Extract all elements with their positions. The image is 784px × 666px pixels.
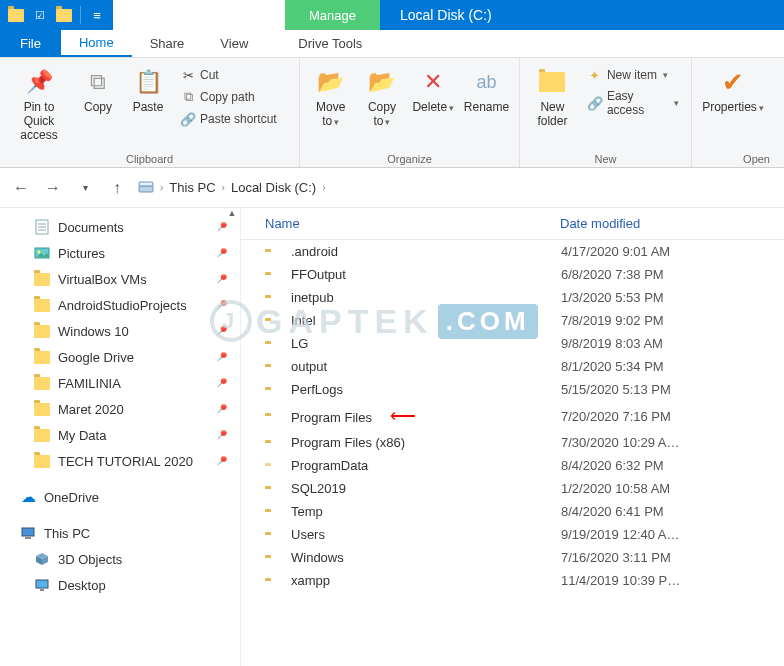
- tree-item-label: 3D Objects: [58, 552, 122, 567]
- file-row[interactable]: xampp11/4/2019 10:39 P…: [241, 569, 784, 592]
- delete-label: Delete▾: [412, 100, 454, 115]
- clipboard-group: 📌 Pin to Quick access ⧉ Copy 📋 Paste ✂Cu…: [0, 58, 300, 167]
- pin-to-quick-access-button[interactable]: 📌 Pin to Quick access: [8, 62, 70, 142]
- column-date[interactable]: Date modified: [560, 216, 784, 231]
- up-button[interactable]: ↑: [106, 177, 128, 199]
- pin-icon: 📍: [211, 373, 230, 392]
- history-dropdown[interactable]: ▾: [74, 177, 96, 199]
- new-folder-label: New folder: [528, 100, 577, 128]
- pin-icon: 📍: [211, 321, 230, 340]
- file-row[interactable]: .android4/17/2020 9:01 AM: [241, 240, 784, 263]
- move-to-button[interactable]: 📂 Move to▾: [308, 62, 353, 129]
- paste-label: Paste: [133, 100, 164, 114]
- delete-icon: ✕: [417, 66, 449, 98]
- easy-access-button[interactable]: 🔗Easy access▾: [583, 88, 683, 118]
- file-row[interactable]: Temp8/4/2020 6:41 PM: [241, 500, 784, 523]
- forward-button[interactable]: →: [42, 177, 64, 199]
- rename-button[interactable]: ab Rename: [462, 62, 511, 114]
- tree-item[interactable]: Documents📍: [14, 214, 240, 240]
- qat-customize-icon[interactable]: ≡: [87, 5, 107, 25]
- home-tab[interactable]: Home: [61, 30, 132, 57]
- drive-tools-tab[interactable]: Drive Tools: [280, 30, 380, 57]
- share-tab[interactable]: Share: [132, 30, 203, 57]
- tree-item-label: Windows 10: [58, 324, 129, 339]
- file-row[interactable]: SQL20191/2/2020 10:58 AM: [241, 477, 784, 500]
- new-folder-button[interactable]: New folder: [528, 62, 577, 128]
- qat-checkbox-icon[interactable]: ☑: [30, 5, 50, 25]
- file-tab[interactable]: File: [0, 30, 61, 57]
- chevron-icon[interactable]: ›: [160, 182, 163, 193]
- open-group-label: Open: [700, 151, 776, 165]
- file-row[interactable]: PerfLogs5/15/2020 5:13 PM: [241, 378, 784, 401]
- breadcrumb-this-pc[interactable]: This PC: [169, 180, 215, 195]
- file-row[interactable]: inetpub1/3/2020 5:53 PM: [241, 286, 784, 309]
- copy-to-button[interactable]: 📂 Copy to▾: [359, 62, 404, 129]
- file-name: SQL2019: [291, 481, 561, 496]
- column-headers[interactable]: Name Date modified: [241, 208, 784, 240]
- ribbon-tabs: File Home Share View Drive Tools: [0, 30, 784, 58]
- properties-label: Properties▾: [702, 100, 764, 115]
- pin-icon: 📍: [211, 243, 230, 262]
- breadcrumb-drive[interactable]: Local Disk (C:): [231, 180, 316, 195]
- tree-item-label: TECH TUTORIAL 2020: [58, 454, 193, 469]
- file-name: output: [291, 359, 561, 374]
- file-row[interactable]: Windows7/16/2020 3:11 PM: [241, 546, 784, 569]
- manage-contextual-tab[interactable]: Manage: [285, 0, 380, 30]
- tree-item[interactable]: FAMILINIA📍: [14, 370, 240, 396]
- pin-icon: 📍: [211, 425, 230, 444]
- tree-item[interactable]: 3D Objects: [14, 546, 240, 572]
- file-name: Intel: [291, 313, 561, 328]
- file-row[interactable]: Users9/19/2019 12:40 A…: [241, 523, 784, 546]
- chevron-icon[interactable]: ›: [322, 182, 325, 193]
- view-tab[interactable]: View: [202, 30, 266, 57]
- svg-rect-0: [139, 186, 153, 192]
- breadcrumb[interactable]: › This PC › Local Disk (C:) ›: [138, 180, 326, 196]
- tree-item[interactable]: Desktop: [14, 572, 240, 598]
- navigation-pane[interactable]: ▲ Documents📍Pictures📍VirtualBox VMs📍Andr…: [0, 208, 240, 666]
- tree-item[interactable]: ☁OneDrive: [14, 484, 240, 510]
- file-date: 7/16/2020 3:11 PM: [561, 550, 671, 565]
- tree-item[interactable]: Maret 2020📍: [14, 396, 240, 422]
- tree-item[interactable]: Windows 10📍: [14, 318, 240, 344]
- new-item-label: New item: [607, 68, 657, 82]
- file-row[interactable]: FFOutput6/8/2020 7:38 PM: [241, 263, 784, 286]
- paste-shortcut-button[interactable]: 🔗Paste shortcut: [176, 110, 281, 128]
- properties-button[interactable]: ✔ Properties▾: [700, 62, 766, 115]
- file-row[interactable]: Intel7/8/2019 9:02 PM: [241, 309, 784, 332]
- file-row[interactable]: output8/1/2020 5:34 PM: [241, 355, 784, 378]
- back-button[interactable]: ←: [10, 177, 32, 199]
- copy-path-button[interactable]: ⧉Copy path: [176, 88, 281, 106]
- delete-button[interactable]: ✕ Delete▾: [411, 62, 456, 115]
- file-date: 9/8/2019 8:03 AM: [561, 336, 663, 351]
- chevron-icon[interactable]: ›: [222, 182, 225, 193]
- file-row[interactable]: Program Files (x86)7/30/2020 10:29 A…: [241, 431, 784, 454]
- file-row[interactable]: Program Files⟵7/20/2020 7:16 PM: [241, 401, 784, 431]
- cut-icon: ✂: [180, 67, 196, 83]
- tree-item-icon: [34, 219, 50, 235]
- organize-group-label: Organize: [308, 151, 511, 165]
- file-name: PerfLogs: [291, 382, 561, 397]
- tree-item[interactable]: VirtualBox VMs📍: [14, 266, 240, 292]
- new-item-button[interactable]: ✦New item▾: [583, 66, 683, 84]
- file-row[interactable]: LG9/8/2019 8:03 AM: [241, 332, 784, 355]
- file-row[interactable]: ProgramData8/4/2020 6:32 PM: [241, 454, 784, 477]
- qat-folder-icon[interactable]: [54, 5, 74, 25]
- pin-icon: 📍: [211, 399, 230, 418]
- tree-item[interactable]: Pictures📍: [14, 240, 240, 266]
- tree-item[interactable]: AndroidStudioProjects📍: [14, 292, 240, 318]
- column-name[interactable]: Name: [265, 216, 560, 231]
- tree-item-icon: [34, 577, 50, 593]
- copy-icon: ⧉: [82, 66, 114, 98]
- tree-item[interactable]: Google Drive📍: [14, 344, 240, 370]
- copy-path-label: Copy path: [200, 90, 255, 104]
- new-group: New folder ✦New item▾ 🔗Easy access▾ New: [520, 58, 692, 167]
- file-date: 1/3/2020 5:53 PM: [561, 290, 664, 305]
- tree-item-label: Google Drive: [58, 350, 134, 365]
- tree-item[interactable]: TECH TUTORIAL 2020📍: [14, 448, 240, 474]
- organize-group: 📂 Move to▾ 📂 Copy to▾ ✕ Delete▾ ab Renam…: [300, 58, 520, 167]
- tree-item[interactable]: My Data📍: [14, 422, 240, 448]
- cut-button[interactable]: ✂Cut: [176, 66, 281, 84]
- tree-item[interactable]: This PC: [14, 520, 240, 546]
- paste-button[interactable]: 📋 Paste: [126, 62, 170, 114]
- copy-button[interactable]: ⧉ Copy: [76, 62, 120, 114]
